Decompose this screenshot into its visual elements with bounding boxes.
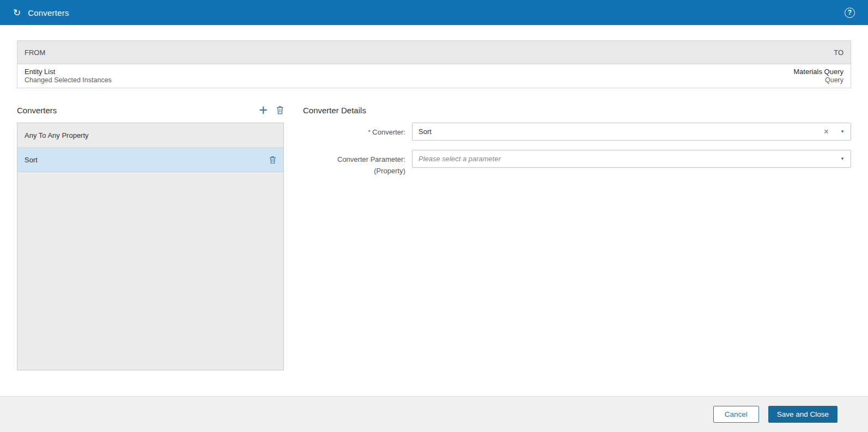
parameter-combobox[interactable]: Please select a parameter ▼ — [412, 150, 851, 168]
mapping-table-row[interactable]: Entity List Changed Selected Instances M… — [17, 64, 851, 88]
list-item-sort[interactable]: Sort — [17, 148, 283, 172]
mapping-table-header: FROM TO — [17, 41, 851, 64]
converters-list-title: Converters — [17, 106, 57, 115]
page-title: Converters — [28, 8, 69, 17]
converters-panel: Converters + Any To Any Property — [17, 102, 284, 370]
mapping-to-cell: Materials Query Query — [793, 68, 843, 84]
help-icon[interactable]: ? — [845, 8, 855, 18]
to-subtitle: Query — [793, 76, 843, 84]
add-converter-button[interactable]: + — [259, 105, 268, 115]
converter-label-text: Converter: — [372, 128, 405, 136]
required-asterisk: * — [368, 128, 371, 136]
list-actions: + — [259, 105, 284, 115]
from-subtitle: Changed Selected Instances — [25, 76, 112, 84]
converter-field-label: *Converter: — [303, 123, 412, 141]
converter-details-title: Converter Details — [303, 102, 851, 118]
row-delete-button[interactable] — [269, 156, 276, 164]
dialog-footer: Cancel Save and Close — [0, 396, 868, 432]
panels: Converters + Any To Any Property — [17, 102, 851, 370]
from-title: Entity List — [25, 68, 112, 76]
column-header-from: FROM — [25, 48, 45, 57]
converter-combobox[interactable]: Sort × ▼ — [412, 123, 851, 141]
clear-icon[interactable]: × — [818, 127, 836, 136]
converters-list: Any To Any Property Sort — [17, 123, 284, 370]
dialog-body: FROM TO Entity List Changed Selected Ins… — [0, 25, 868, 370]
cancel-button[interactable]: Cancel — [713, 406, 759, 423]
converter-details-panel: Converter Details *Converter: Sort × ▼ C… — [284, 102, 851, 370]
trash-icon — [276, 106, 284, 114]
list-item-any-to-any[interactable]: Any To Any Property — [17, 123, 283, 148]
parameter-placeholder: Please select a parameter — [418, 155, 501, 163]
converter-value: Sort — [418, 127, 432, 136]
to-title: Materials Query — [793, 68, 843, 76]
parameter-sublabel-text: (Property) — [303, 166, 405, 177]
parameter-label-text: Converter Parameter: — [303, 154, 405, 166]
converters-dialog: ↻ Converters ? FROM TO Entity List Chang… — [0, 0, 868, 432]
converters-panel-header: Converters + — [17, 102, 284, 118]
converter-field-row: *Converter: Sort × ▼ — [303, 123, 851, 141]
list-item-label: Sort — [25, 156, 38, 164]
parameter-field-row: Converter Parameter: (Property) Please s… — [303, 150, 851, 177]
column-header-to: TO — [834, 48, 843, 57]
sync-icon: ↻ — [13, 8, 21, 17]
delete-converter-button[interactable] — [276, 106, 284, 114]
save-and-close-button[interactable]: Save and Close — [768, 406, 837, 423]
mapping-table: FROM TO Entity List Changed Selected Ins… — [17, 40, 851, 88]
parameter-field-label: Converter Parameter: (Property) — [303, 150, 412, 177]
dialog-header: ↻ Converters ? — [0, 0, 868, 25]
mapping-from-cell: Entity List Changed Selected Instances — [25, 68, 112, 84]
trash-icon — [269, 156, 276, 164]
list-item-label: Any To Any Property — [25, 131, 89, 139]
chevron-down-icon[interactable]: ▼ — [836, 129, 845, 134]
chevron-down-icon[interactable]: ▼ — [836, 156, 845, 161]
